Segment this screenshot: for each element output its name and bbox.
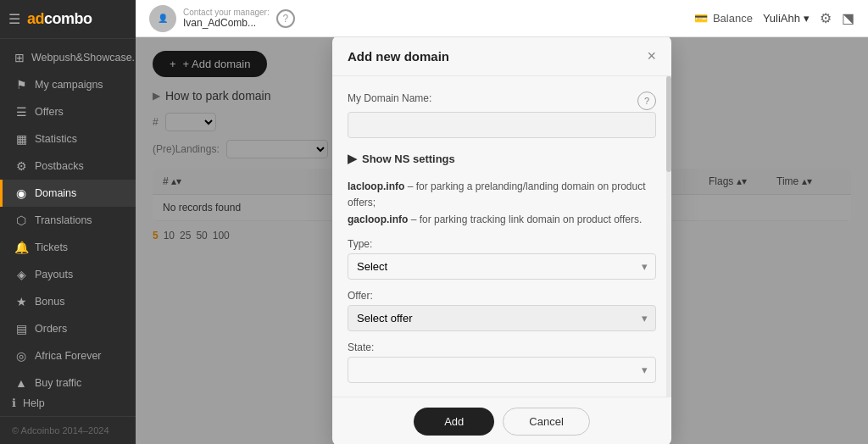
chevron-down-icon: ▾ [804, 12, 810, 25]
sidebar-item-label: Offers [35, 106, 64, 118]
manager-name: Ivan_AdComb... [183, 17, 270, 29]
ns-info-2-highlight: gacloop.info [348, 214, 408, 225]
user-menu[interactable]: YuliAhh ▾ [763, 12, 810, 25]
topnav-right: 💳 Balance YuliAhh ▾ ⚙ ⬔ [694, 10, 854, 26]
offers-icon: ☰ [14, 105, 28, 119]
topnav: 👤 Contact your manager: Ivan_AdComb... ?… [136, 0, 868, 37]
sidebar-item-payouts[interactable]: ◈ Payouts [0, 261, 136, 288]
sidebar-item-label: Tickets [35, 241, 68, 253]
bonus-icon: ★ [14, 295, 28, 308]
sidebar-header: ☰ adcombo [0, 0, 136, 39]
ns-info-1-highlight: lacloop.info [348, 180, 404, 192]
sidebar-item-buy-traffic[interactable]: ▲ Buy traffic [0, 369, 136, 390]
sidebar-item-tickets[interactable]: 🔔 Tickets [0, 234, 136, 261]
sidebar-item-statistics[interactable]: ▦ Statistics [0, 125, 136, 153]
statistics-icon: ▦ [14, 132, 28, 146]
tickets-icon: 🔔 [14, 241, 28, 254]
buy-traffic-icon: ▲ [14, 376, 28, 390]
type-select-wrapper: Select [348, 253, 656, 280]
avatar: 👤 [149, 5, 176, 32]
balance-btn[interactable]: 💳 Balance [694, 12, 753, 25]
domain-help-icon[interactable]: ? [637, 92, 656, 110]
sidebar-item-help[interactable]: ℹ Help [0, 390, 136, 416]
state-label: State: [348, 341, 656, 353]
help-circle-icon[interactable]: ? [276, 9, 295, 28]
orders-icon: ▤ [14, 322, 28, 336]
sidebar-item-label: Translations [35, 214, 92, 226]
help-label: Help [23, 397, 45, 409]
sidebar-item-bonus[interactable]: ★ Bonus [0, 288, 136, 315]
show-ns-toggle[interactable]: ▶ Show NS settings [348, 152, 656, 165]
sidebar-item-label: Webpush&Showcase. [31, 52, 135, 64]
contact-label: Contact your manager: [183, 8, 270, 17]
modal-body: My Domain Name: ? ▶ Show NS settings [332, 76, 671, 397]
sidebar: ☰ adcombo ⊞ Webpush&Showcase. ⚑ My campa… [0, 0, 136, 444]
balance-icon: 💳 [694, 12, 708, 25]
ns-info-2-text: – for parking tracking link domain on pr… [411, 214, 643, 225]
manager-info: 👤 Contact your manager: Ivan_AdComb... ? [149, 5, 295, 32]
webpush-icon: ⊞ [14, 51, 25, 64]
domain-name-input[interactable] [348, 112, 656, 138]
sidebar-item-offers[interactable]: ☰ Offers [0, 98, 136, 125]
add-domain-modal: Add new domain × My Domain Name: ? [332, 37, 671, 444]
domain-name-label: My Domain Name: [348, 92, 431, 104]
sidebar-item-label: Statistics [35, 133, 77, 145]
sidebar-item-label: Postbacks [35, 160, 84, 172]
modal-footer: Add Cancel [332, 397, 671, 444]
payouts-icon: ◈ [14, 268, 28, 281]
logo: adcombo [27, 10, 92, 28]
sidebar-item-label: Africa Forever [35, 350, 102, 362]
state-select[interactable] [348, 357, 656, 383]
sidebar-item-label: Bonus [35, 296, 64, 308]
settings-icon[interactable]: ⚙ [820, 10, 832, 26]
ns-info: lacloop.info – for parking a prelanding/… [348, 179, 656, 228]
state-select-wrapper [348, 357, 656, 383]
africa-icon: ◎ [14, 349, 28, 363]
postbacks-icon: ⚙ [14, 159, 28, 173]
ns-chevron-icon: ▶ [348, 152, 357, 165]
sidebar-item-postbacks[interactable]: ⚙ Postbacks [0, 153, 136, 180]
sidebar-item-africa[interactable]: ◎ Africa Forever [0, 342, 136, 369]
modal-add-button[interactable]: Add [414, 408, 494, 436]
page-content: + + Add domain ▶ How to park domain # (P… [136, 37, 868, 444]
offer-field: Offer: Select offer [348, 290, 656, 331]
type-field: Type: Select [348, 238, 656, 280]
modal-body-scroll: My Domain Name: ? ▶ Show NS settings [348, 90, 656, 383]
hamburger-icon[interactable]: ☰ [8, 11, 20, 27]
help-icon: ℹ [12, 397, 16, 409]
state-field: State: [348, 341, 656, 383]
sidebar-item-orders[interactable]: ▤ Orders [0, 315, 136, 342]
sidebar-nav: ⊞ Webpush&Showcase. ⚑ My campaigns ☰ Off… [0, 39, 136, 390]
campaigns-icon: ⚑ [14, 78, 28, 92]
sidebar-item-domains[interactable]: ◉ Domains [0, 180, 136, 207]
sidebar-item-webpush[interactable]: ⊞ Webpush&Showcase. [0, 44, 136, 71]
sidebar-item-label: Domains [35, 187, 76, 199]
domain-name-field: My Domain Name: ? [348, 90, 656, 138]
modal-overlay: Add new domain × My Domain Name: ? [136, 37, 868, 444]
domains-icon: ◉ [14, 186, 28, 200]
main-area: 👤 Contact your manager: Ivan_AdComb... ?… [136, 0, 868, 444]
modal-header: Add new domain × [332, 37, 671, 76]
sidebar-item-label: Orders [35, 323, 67, 335]
modal-close-button[interactable]: × [647, 47, 656, 65]
show-ns-label: Show NS settings [362, 153, 455, 165]
type-select[interactable]: Select [348, 253, 656, 280]
sidebar-item-label: My campaigns [35, 79, 103, 91]
modal-title: Add new domain [348, 49, 449, 64]
type-label: Type: [348, 238, 656, 250]
username: YuliAhh [763, 12, 800, 25]
sidebar-item-translations[interactable]: ⬡ Translations [0, 207, 136, 234]
sidebar-item-campaigns[interactable]: ⚑ My campaigns [0, 71, 136, 98]
offer-select-wrapper: Select offer [348, 305, 656, 331]
scrollbar-track [666, 76, 671, 397]
sidebar-item-label: Payouts [35, 269, 73, 280]
offer-label: Offer: [348, 290, 656, 302]
offer-select[interactable]: Select offer [348, 305, 656, 331]
balance-label: Balance [713, 12, 753, 25]
modal-cancel-button[interactable]: Cancel [503, 408, 589, 436]
sidebar-footer: © Adcoinbo 2014–2024 [0, 416, 136, 444]
scrollbar-thumb[interactable] [666, 76, 671, 172]
logout-icon[interactable]: ⬔ [842, 10, 854, 26]
sidebar-item-label: Buy traffic [35, 377, 81, 389]
translations-icon: ⬡ [14, 214, 28, 227]
